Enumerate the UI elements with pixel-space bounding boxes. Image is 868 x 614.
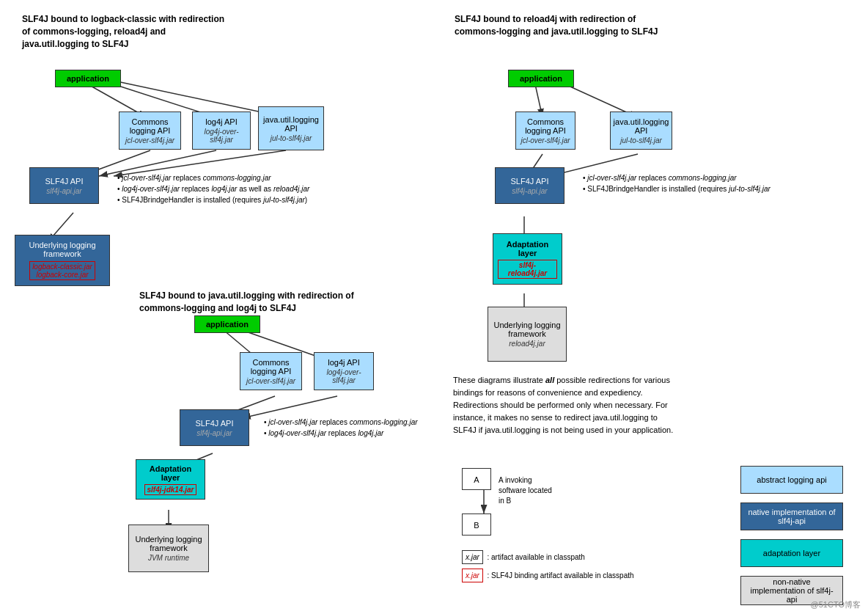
legend-b-box: B [462, 514, 491, 536]
diagram3-slf4j-api: SLF4J API slf4j-api.jar [180, 409, 249, 446]
diagram2-notes: • jcl-over-slf4j.jar replaces commons-lo… [583, 172, 810, 194]
diagram1-application: application [55, 70, 121, 87]
diagram1-log4j-api: log4j API log4j-over-slf4j.jar [192, 112, 251, 150]
legend-adaptation-layer: adaptation layer [740, 539, 843, 567]
diagram1-notes: • jcl-over-slf4j.jar replaces commons-lo… [117, 172, 345, 205]
diagram2-adaptation: Adaptation layer slf4j-reload4j.jar [493, 233, 562, 285]
diagram3-notes: • jcl-over-slf4j.jar replaces commons-lo… [264, 417, 440, 439]
diagram2-slf4j-api: SLF4J API slf4j-api.jar [495, 167, 564, 204]
diagram3-application: application [194, 315, 260, 333]
diagram2-application: application [508, 70, 574, 87]
legend-a-box: A [462, 468, 491, 490]
diagram1-slf4j-api: SLF4J API slf4j-api.jar [29, 167, 99, 204]
diagram3-underlying: Underlying logging framework JVM runtime [128, 525, 209, 572]
legend-jar-classpath: x.jar : artifact available in classpath [462, 550, 585, 564]
diagram2-underlying: Underlying logging framework reload4j.ja… [488, 307, 567, 362]
diagram1-jutil-api: java.util.logging API jul-to-slf4j.jar [258, 106, 324, 150]
legend-abstract-api: abstract logging api [740, 466, 843, 494]
diagram3-adaptation: Adaptation layer slf4j-jdk14.jar [136, 459, 205, 500]
diagram3-commons-api: Commons logging API jcl-over-slf4j.jar [240, 352, 302, 390]
svg-line-12 [242, 396, 337, 418]
diagram2-title: SLF4J bound to reload4j with redirection… [455, 13, 667, 38]
legend-native-impl: native implementation of slf4j-api [740, 502, 843, 530]
watermark: @51CTO博客 [811, 599, 861, 610]
diagram3-log4j-api: log4j API log4j-over-slf4j.jar [314, 352, 374, 390]
diagram1-commons-api: Commons logging API jcl-over-slf4j.jar [119, 112, 181, 150]
diagram2-jutil-api: java.util.logging API jul-to-slf4j.jar [610, 112, 672, 150]
diagram1-title: SLF4J bound to logback-classic with redi… [22, 13, 227, 50]
legend-jar-binding: x.jar : SLF4J binding artifact available… [462, 569, 634, 582]
description-text: These diagrams illustrate all possible r… [453, 374, 680, 436]
diagram1-underlying: Underlying logging framework logback-cla… [15, 235, 110, 286]
diagram3-title: SLF4J bound to java.util.logging with re… [139, 290, 359, 315]
diagram2-commons-api: Commons logging API jcl-over-slf4j.jar [515, 112, 575, 150]
legend-invoke-text: A invokingsoftware locatedin B [499, 475, 552, 506]
